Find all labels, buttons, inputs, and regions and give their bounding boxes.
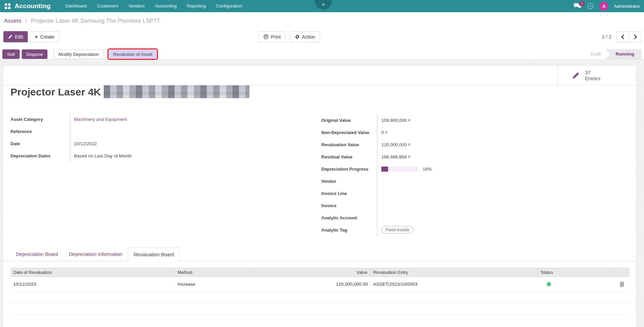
breadcrumb-separator: / — [25, 18, 27, 24]
field-depreciation-progress: Depreciation Progress 18% — [321, 163, 633, 175]
col-date-of-revaluation[interactable]: Date of Revaluation — [11, 268, 175, 277]
app-name[interactable]: Accounting — [15, 2, 51, 10]
field-reference: Reference — [11, 125, 231, 137]
pencil-icon — [572, 72, 580, 79]
entries-label: Entries — [585, 75, 600, 82]
control-panel: Assets / Projector Laser 4K Samsung The … — [0, 12, 644, 60]
empty-table-row — [11, 303, 629, 315]
dispose-button[interactable]: Dispose — [22, 49, 48, 59]
nav-accounting[interactable]: Accounting — [150, 0, 182, 12]
messages-button[interactable]: 1 — [574, 3, 582, 9]
chevron-left-icon — [621, 35, 624, 39]
field-residual-value: Residual Value 188,466,664 ₫ — [321, 151, 633, 163]
close-icon: × — [322, 2, 325, 8]
entries-smart-button[interactable]: 37 Entries — [558, 66, 636, 85]
table-row[interactable]: 10/12/2023 Increase 120,000,000.00 ASSET… — [11, 277, 629, 292]
close-button[interactable]: × — [315, 0, 332, 9]
nav-customers[interactable]: Customers — [92, 0, 123, 12]
breadcrumb-assets[interactable]: Assets — [4, 18, 21, 24]
chevron-right-icon — [634, 35, 637, 39]
tab-depreciation-board[interactable]: Depreciation Board — [11, 247, 63, 261]
progress-percent: 18% — [423, 167, 432, 172]
activities-button[interactable] — [587, 3, 594, 9]
modify-depreciation-button[interactable]: Modify Depreciation — [54, 49, 103, 59]
sell-button[interactable]: Sell — [2, 49, 20, 59]
field-revaluation-value: Revaluation Value 120,000,000 ₫ — [321, 138, 633, 151]
print-button[interactable]: Print — [259, 31, 285, 42]
status-bar: Draft Running — [586, 49, 642, 59]
cell-value: 120,000,000.00 — [256, 277, 370, 291]
field-invoice-line: Invoice Line — [321, 187, 633, 199]
progress-bar — [381, 167, 419, 172]
revaluation-of-asset-button[interactable]: Revalution of Asset — [108, 49, 157, 59]
asset-category-link[interactable]: Machinery and Equipment — [74, 117, 127, 122]
col-status[interactable]: Status — [538, 268, 615, 277]
analytic-tag-pill: Fixed Assets — [381, 226, 414, 234]
avatar[interactable]: A — [599, 2, 608, 11]
create-button[interactable]: + Create — [30, 31, 59, 42]
nav-reporting[interactable]: Reporting — [182, 0, 211, 12]
col-method[interactable]: Method — [175, 268, 256, 277]
redacted-title-blur — [104, 85, 249, 98]
entries-count: 37 — [585, 69, 591, 75]
delete-row-button[interactable] — [620, 282, 624, 287]
nav-vendors[interactable]: Vendors — [123, 0, 150, 12]
field-non-depreciated-value: Non-Depreciated Value 0 ₫ — [321, 126, 633, 138]
print-action-group: Print Action — [259, 31, 320, 42]
status-draft[interactable]: Draft — [586, 49, 605, 59]
button-box: 37 Entries — [3, 66, 636, 85]
revaluation-table: Date of Revaluation Method Value Revalua… — [11, 268, 629, 315]
action-button[interactable]: Action — [290, 31, 320, 42]
empty-table-row — [11, 292, 629, 303]
pager: 2 / 2 — [602, 31, 642, 42]
workflow-buttons: Sell Dispose Modify Depreciation Revalut… — [2, 49, 642, 59]
table-header-row: Date of Revaluation Method Value Revalua… — [11, 268, 629, 277]
trash-icon — [620, 282, 624, 287]
status-dot — [547, 282, 551, 286]
field-original-value: Original Value 109,900,000 ₫ — [321, 114, 633, 126]
main-menu: Dashboard Customers Vendors Accounting R… — [60, 0, 247, 12]
gear-icon — [295, 35, 300, 39]
pager-value: 2 / 2 — [602, 34, 611, 40]
form-sheet: 37 Entries Projector Laser 4K Asset Cate… — [3, 65, 637, 327]
col-value[interactable]: Value — [256, 268, 370, 277]
field-invoice: Invoice — [321, 199, 633, 212]
field-group-left: Asset Category Machinery and Equipment R… — [11, 113, 231, 162]
field-asset-category: Asset Category Machinery and Equipment — [11, 113, 231, 125]
plus-icon: + — [35, 34, 38, 40]
edit-button[interactable]: Edit — [3, 31, 28, 42]
clock-icon — [587, 3, 594, 9]
field-date: Date 10/12/2022 — [11, 137, 231, 150]
cell-method: Increase — [175, 277, 256, 291]
cell-entry: ASSET/2023/10/0003 — [370, 277, 538, 291]
field-analytic-tag: Analytic Tag Fixed Assets — [321, 224, 633, 236]
pencil-icon — [8, 35, 13, 39]
navbar-right: 1 A Administrator — [574, 0, 640, 12]
field-vendor: Vendor — [321, 175, 633, 187]
asset-title: Projector Laser 4K — [11, 85, 249, 98]
notebook-tabs: Depreciation Board Depreciation Informat… — [3, 247, 636, 261]
user-name[interactable]: Administrator — [614, 4, 640, 9]
nav-dashboard[interactable]: Dashboard — [60, 0, 92, 12]
apps-grid-icon[interactable] — [5, 3, 11, 9]
messages-badge: 1 — [579, 1, 585, 6]
cell-date: 10/12/2023 — [11, 277, 175, 291]
tab-depreciation-information[interactable]: Depreciation Information — [63, 247, 128, 261]
field-analytic-account: Analytic Account — [321, 212, 633, 224]
col-actions — [615, 268, 629, 277]
pager-previous-button[interactable] — [616, 31, 629, 42]
field-depreciation-dates: Depreciation Dates Based on Last Day of … — [11, 150, 231, 162]
printer-icon — [263, 34, 268, 39]
top-navbar: Accounting Dashboard Customers Vendors A… — [0, 0, 644, 12]
breadcrumb: Assets / Projector Laser 4K Samsung The … — [4, 18, 160, 24]
record-actions: Edit + Create — [3, 31, 59, 42]
breadcrumb-current: Projector Laser 4K Samsung The Premiere … — [31, 18, 160, 24]
progress-fill — [381, 167, 388, 172]
pager-next-button[interactable] — [629, 31, 642, 42]
nav-configuration[interactable]: Configuration — [211, 0, 247, 12]
tab-revaluation-board[interactable]: Revaluation Board — [128, 247, 180, 261]
page: Accounting Dashboard Customers Vendors A… — [0, 0, 644, 327]
col-revaluation-entry[interactable]: Revaluation Entry — [370, 268, 538, 277]
field-group-right: Original Value 109,900,000 ₫ Non-Depreci… — [321, 114, 633, 236]
status-running[interactable]: Running — [605, 49, 642, 59]
